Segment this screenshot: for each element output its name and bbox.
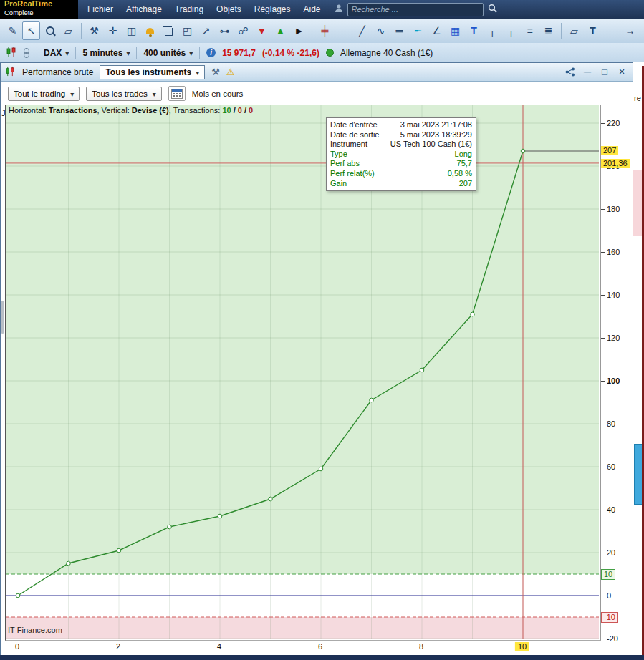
x-axis[interactable]: 0246810 xyxy=(5,641,600,653)
warning-icon[interactable] xyxy=(226,67,235,77)
zoom-area-icon[interactable]: ◰ xyxy=(178,21,196,40)
y-tick-label: 120 xyxy=(601,333,620,343)
cursor-icon[interactable]: ↖ xyxy=(22,21,40,40)
watermark: IT-Finance.com xyxy=(8,626,62,634)
tick-mark xyxy=(601,252,605,253)
arrow-line-icon[interactable]: ↗ xyxy=(197,21,215,40)
channel-icon[interactable]: ═ xyxy=(390,21,408,40)
y-tick-label: 20 xyxy=(601,548,615,558)
buy-arrow-icon[interactable]: ▲ xyxy=(271,21,289,40)
tooltip-row: Date d'entrée3 mai 2023 21:17:08 xyxy=(330,120,472,130)
share-icon[interactable] xyxy=(565,67,575,77)
user-icon[interactable] xyxy=(335,4,343,15)
candlestick-chart-icon[interactable] xyxy=(6,46,17,59)
tick-mark xyxy=(601,553,605,553)
bottom-frame-bar xyxy=(0,655,644,660)
left-scrollbar-thumb[interactable] xyxy=(1,301,4,334)
menu-items: FichierAffichageTradingObjetsRéglagesAid… xyxy=(81,0,327,19)
menu-item-reglages[interactable]: Réglages xyxy=(248,0,297,19)
menu-item-fichier[interactable]: Fichier xyxy=(81,0,120,19)
performance-window: Performance brute Tous les instruments T… xyxy=(0,62,635,656)
sell-arrow-icon[interactable]: ▼ xyxy=(253,21,271,40)
performance-chart-svg xyxy=(6,105,599,639)
mini-candles-icon xyxy=(5,66,16,79)
separator xyxy=(136,47,137,59)
alert-bell-icon[interactable] xyxy=(141,21,159,40)
units-dropdown[interactable]: 400 unités xyxy=(143,48,193,58)
minimize-icon[interactable] xyxy=(582,67,592,77)
angle-icon[interactable]: ∠ xyxy=(428,21,446,40)
tools-icon[interactable]: ⚒ xyxy=(85,21,103,40)
trend-line-icon[interactable]: ╱ xyxy=(353,21,371,40)
app-logo[interactable]: ProRealTime Complete xyxy=(0,0,78,20)
eraser-icon[interactable]: ▱ xyxy=(565,21,583,40)
window-link-icon[interactable] xyxy=(24,48,30,58)
text-icon[interactable]: T xyxy=(465,21,483,40)
last-price: 15 971,7 xyxy=(222,48,256,58)
calendar-icon xyxy=(171,89,183,99)
horizontal-line-icon[interactable]: ─ xyxy=(335,21,352,40)
text2-icon[interactable]: T xyxy=(584,21,602,40)
move-icon[interactable]: ✛ xyxy=(104,21,122,40)
close-icon[interactable] xyxy=(617,67,627,77)
segment-icon[interactable]: ╪ xyxy=(316,21,334,40)
curve-icon[interactable]: ∿ xyxy=(372,21,390,40)
crosshair-y-label: 201,36 xyxy=(601,159,630,168)
trades-filter-dropdown[interactable]: Tous les trades xyxy=(86,87,161,101)
chevron-down-icon xyxy=(153,89,156,98)
draw-pencil-icon[interactable]: ✎ xyxy=(4,21,21,40)
fibonacci-icon[interactable]: ▦ xyxy=(446,21,464,40)
window-titlebar[interactable]: Performance brute Tous les instruments xyxy=(1,63,634,82)
continue-arrow-icon[interactable]: ► xyxy=(290,21,308,40)
trash-icon[interactable] xyxy=(160,21,178,40)
eraser-small-icon[interactable]: ▱ xyxy=(59,21,77,40)
performance-plot[interactable]: Horizontal: Transactions, Vertical: Devi… xyxy=(5,105,601,641)
search-input[interactable] xyxy=(347,3,484,16)
tooltip-row: Date de sortie5 mai 2023 18:39:29 xyxy=(330,130,472,140)
period-picker-button[interactable] xyxy=(168,86,186,101)
instruments-tab[interactable]: Tous les instruments xyxy=(100,65,205,79)
arrow-right-icon[interactable]: → xyxy=(621,21,639,40)
link-objects-icon[interactable]: ⊶ xyxy=(216,21,234,40)
magnifier-icon xyxy=(46,26,54,35)
toolbar-separator xyxy=(312,23,312,39)
magnifier-icon[interactable] xyxy=(41,21,59,40)
horizontal-line2-icon[interactable]: ─ xyxy=(602,21,620,40)
loss-threshold-label: -10 xyxy=(601,612,618,623)
y-axis[interactable]: -20020406080100120140160180200220207201,… xyxy=(601,105,633,640)
menu-item-affichage[interactable]: Affichage xyxy=(120,0,168,19)
pin-icon[interactable]: ☍ xyxy=(234,21,252,40)
y-tick-label: -20 xyxy=(601,634,618,644)
search-icon[interactable] xyxy=(488,4,497,15)
align-lines-icon[interactable]: ≡ xyxy=(521,21,539,40)
menu-item-trading[interactable]: Trading xyxy=(168,0,210,19)
menu-search-area xyxy=(335,3,497,16)
units-label: 400 unités xyxy=(143,48,186,58)
menu-bar: ProRealTime Complete FichierAffichageTra… xyxy=(0,0,644,19)
trades-filter-label: Tous les trades xyxy=(92,89,147,98)
trading-filter-dropdown[interactable]: Tout le trading xyxy=(8,87,80,101)
ray-icon[interactable]: ╾ xyxy=(409,21,427,40)
menu-item-objets[interactable]: Objets xyxy=(210,0,248,19)
tick-mark xyxy=(601,467,605,467)
timeframe-dropdown[interactable]: 5 minutes xyxy=(82,48,130,58)
quadrant2-icon[interactable]: ┬ xyxy=(502,21,520,40)
period-label: Mois en cours xyxy=(192,89,244,98)
profit-threshold-label: 10 xyxy=(601,569,615,580)
symbol-dropdown[interactable]: DAX xyxy=(44,48,69,58)
chevron-down-icon xyxy=(65,48,69,58)
tooltip-row: Perf abs75,7 xyxy=(330,159,472,169)
toolbar-separator xyxy=(561,23,562,39)
last-value-label: 207 xyxy=(601,146,618,155)
duplicate-icon[interactable]: ◫ xyxy=(122,21,140,40)
x-tick-label: 0 xyxy=(15,642,19,651)
info-icon[interactable] xyxy=(206,48,216,57)
quadrant-icon[interactable]: ┐ xyxy=(484,21,501,40)
maximize-icon[interactable] xyxy=(600,67,610,77)
menu-item-aide[interactable]: Aide xyxy=(297,0,327,19)
align-lines2-icon[interactable]: ≣ xyxy=(539,21,557,40)
instruments-tab-label: Tous les instruments xyxy=(105,67,191,77)
tick-mark xyxy=(601,209,605,210)
chevron-down-icon xyxy=(189,48,193,58)
wrench-icon[interactable] xyxy=(211,67,220,77)
